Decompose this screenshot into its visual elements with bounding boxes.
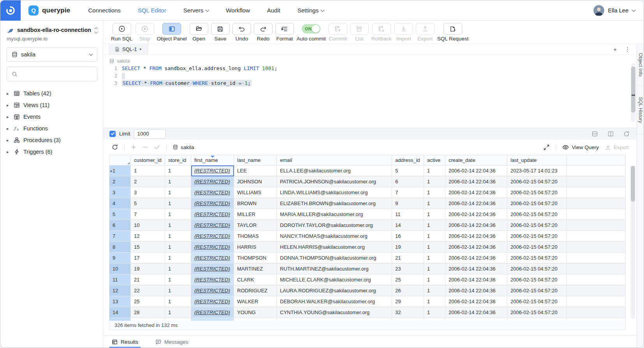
- redo-button[interactable]: Redo: [254, 23, 273, 42]
- cell-store_id[interactable]: 1: [165, 242, 191, 253]
- cell-active[interactable]: 1: [424, 253, 445, 264]
- cell-customer_id[interactable]: 22: [131, 285, 165, 296]
- row-number[interactable]: 3: [109, 187, 131, 198]
- cell-first_name[interactable]: {RESTRICTED}: [191, 274, 234, 285]
- tree-views[interactable]: ▸ Views (11): [7, 99, 97, 111]
- cell-last_update[interactable]: 2006-02-15 04:57:20: [507, 307, 567, 318]
- cell-active[interactable]: 1: [424, 285, 445, 296]
- cell-create_date[interactable]: 2006-02-14 22:04:36: [445, 220, 507, 231]
- cell-address_id[interactable]: 29: [392, 296, 424, 307]
- cell-active[interactable]: 1: [424, 231, 445, 242]
- cell-last_name[interactable]: THOMAS: [234, 231, 277, 242]
- row-number[interactable]: 6: [109, 220, 131, 231]
- tab-sql-1[interactable]: SQL-1 •: [109, 44, 148, 54]
- cell-first_name[interactable]: {RESTRICTED}: [191, 176, 234, 187]
- save-button[interactable]: Save: [211, 23, 230, 42]
- cell-address_id[interactable]: 5: [392, 165, 424, 176]
- cell-last_name[interactable]: MARTINEZ: [234, 264, 277, 274]
- cell-last_name[interactable]: BROWN: [234, 198, 277, 209]
- row-number[interactable]: 1▸: [109, 165, 131, 176]
- cell-customer_id[interactable]: 2: [131, 176, 165, 187]
- nav-sql-editor[interactable]: SQL Editor: [138, 7, 166, 14]
- cell-create_date[interactable]: 2006-02-14 22:04:36: [445, 165, 507, 176]
- cell-blank[interactable]: [567, 242, 626, 253]
- cell-last_update[interactable]: 2006-02-15 04:57:20: [507, 187, 567, 198]
- cell-create_date[interactable]: 2006-02-14 22:04:36: [445, 307, 507, 318]
- cell-customer_id[interactable]: 17: [131, 253, 165, 264]
- cell-blank[interactable]: [567, 198, 626, 209]
- cell-email[interactable]: PATRICIA.JOHNSON@sakilacustomer.org: [277, 176, 392, 187]
- database-select[interactable]: sakila: [7, 47, 97, 62]
- cell-blank[interactable]: [567, 285, 626, 296]
- cell-customer_id[interactable]: 10: [131, 220, 165, 231]
- cell-email[interactable]: CYNTHIA.YOUNG@sakilacustomer.org: [277, 307, 392, 318]
- cell-store_id[interactable]: 1: [165, 253, 191, 264]
- limit-checkbox[interactable]: [109, 131, 116, 137]
- cell-last_update[interactable]: 2006-02-15 04:57:20: [507, 274, 567, 285]
- cell-address_id[interactable]: 6: [392, 176, 424, 187]
- nav-connections[interactable]: Connections: [88, 7, 120, 14]
- row-number[interactable]: 4: [109, 198, 131, 209]
- cell-blank[interactable]: [567, 253, 626, 264]
- column-header-last_update[interactable]: last_update: [507, 155, 567, 165]
- row-number[interactable]: 14: [109, 307, 131, 318]
- tab-menu-button[interactable]: ⋮: [625, 46, 630, 53]
- cell-last_update[interactable]: 2006-02-15 04:57:20: [507, 198, 567, 209]
- cell-store_id[interactable]: 1: [165, 198, 191, 209]
- cell-store_id[interactable]: 1: [165, 187, 191, 198]
- cell-address_id[interactable]: 26: [392, 285, 424, 296]
- cell-blank[interactable]: [567, 209, 626, 220]
- cell-active[interactable]: 1: [424, 198, 445, 209]
- cell-last_name[interactable]: CLARK: [234, 274, 277, 285]
- row-number[interactable]: 2: [109, 176, 131, 187]
- cell-address_id[interactable]: 25: [392, 274, 424, 285]
- cell-first_name[interactable]: {RESTRICTED}: [191, 296, 234, 307]
- cell-blank[interactable]: [567, 307, 626, 318]
- cell-last_name[interactable]: THOMPSON: [234, 253, 277, 264]
- cell-address_id[interactable]: 16: [392, 231, 424, 242]
- row-number[interactable]: 12: [109, 285, 131, 296]
- cell-customer_id[interactable]: 3: [131, 187, 165, 198]
- refresh-results-icon[interactable]: [112, 144, 118, 150]
- sql-request-button[interactable]: SQL Request: [437, 23, 469, 42]
- cell-last_name[interactable]: RODRIGUEZ: [234, 285, 277, 296]
- cell-active[interactable]: 1: [424, 165, 445, 176]
- undo-button[interactable]: Undo: [232, 23, 251, 42]
- cell-create_date[interactable]: 2006-02-14 22:04:36: [445, 242, 507, 253]
- cell-active[interactable]: 1: [424, 307, 445, 318]
- refresh-icon[interactable]: [623, 131, 630, 137]
- cell-first_name[interactable]: {RESTRICTED}: [191, 242, 234, 253]
- column-header-email[interactable]: email: [277, 155, 392, 165]
- row-number[interactable]: 10: [109, 264, 131, 274]
- cell-store_id[interactable]: 1: [165, 264, 191, 274]
- cell-active[interactable]: 1: [424, 274, 445, 285]
- column-header-store_id[interactable]: store_id: [165, 155, 191, 165]
- cell-address_id[interactable]: 19: [392, 242, 424, 253]
- tab-messages[interactable]: Messages: [155, 336, 188, 348]
- scrollbar-thumb[interactable]: [631, 67, 635, 112]
- auto-commit-toggle[interactable]: ON Auto commit: [297, 23, 326, 42]
- cell-address_id[interactable]: 14: [392, 220, 424, 231]
- limit-input[interactable]: [134, 129, 166, 139]
- cell-blank[interactable]: [567, 176, 626, 187]
- results-scrollbar[interactable]: [631, 166, 635, 318]
- cell-active[interactable]: 1: [424, 242, 445, 253]
- cell-address_id[interactable]: 21: [392, 253, 424, 264]
- row-number[interactable]: 5: [109, 209, 131, 220]
- cell-last_name[interactable]: MILLER: [234, 209, 277, 220]
- cell-customer_id[interactable]: 12: [131, 231, 165, 242]
- cell-last_update[interactable]: 2006-02-15 04:57:20: [507, 242, 567, 253]
- cell-first_name[interactable]: {RESTRICTED}: [191, 165, 234, 176]
- cell-email[interactable]: RUTH.MARTINEZ@sakilacustomer.org: [277, 264, 392, 274]
- cell-address_id[interactable]: 7: [392, 187, 424, 198]
- cell-customer_id[interactable]: 19: [131, 264, 165, 274]
- connection-header[interactable]: sandbox-ella-ro-connection: [7, 27, 97, 33]
- row-number[interactable]: 9: [109, 253, 131, 264]
- row-number[interactable]: 11: [109, 274, 131, 285]
- cell-email[interactable]: NANCY.THOMAS@sakilacustomer.org: [277, 231, 392, 242]
- cell-store_id[interactable]: 1: [165, 307, 191, 318]
- column-header-customer_id[interactable]: customer_id: [131, 155, 165, 165]
- search-input[interactable]: [21, 71, 92, 77]
- cell-email[interactable]: DEBORAH.WALKER@sakilacustomer.org: [277, 296, 392, 307]
- cell-last_name[interactable]: WALKER: [234, 296, 277, 307]
